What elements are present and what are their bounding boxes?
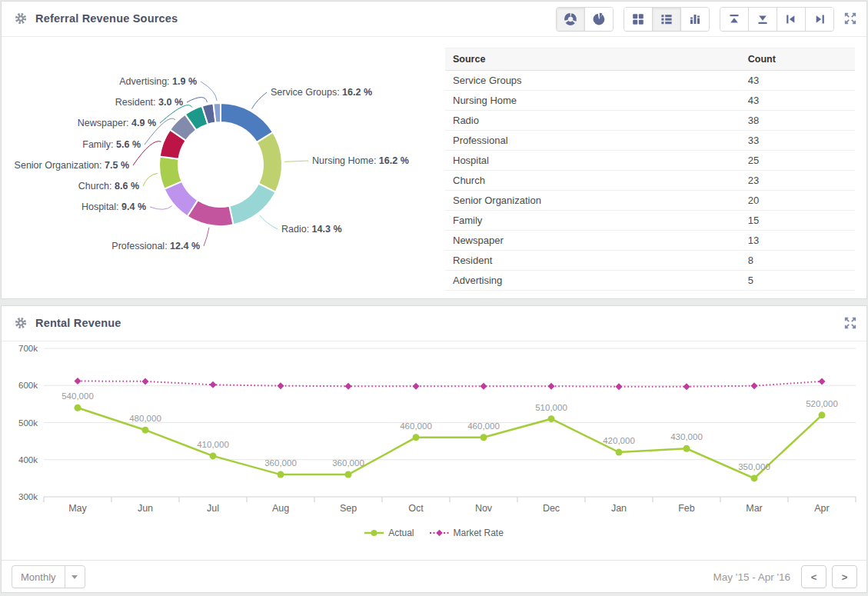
donut-slice-nursing-home[interactable]	[257, 132, 282, 192]
data-label: 540,000	[62, 391, 94, 401]
scroll-to-top-button[interactable]	[720, 8, 749, 31]
count-cell: 13	[740, 231, 855, 251]
referral-revenue-sources-panel: Referral Revenue Sources	[1, 1, 867, 299]
donut-slice-label: Resident: 3.0 %	[115, 97, 183, 108]
interval-select[interactable]: Monthly	[12, 565, 85, 588]
data-label: 510,000	[535, 403, 567, 412]
gear-icon	[14, 316, 28, 330]
rental-revenue-panel: Rental Revenue 700k600k500k400k300kMayJu…	[1, 305, 867, 593]
donut-slice-label: Family: 5.6 %	[82, 139, 141, 150]
legend-label: Market Rate	[454, 528, 504, 538]
actual-marker	[345, 471, 352, 478]
next-range-button[interactable]: >	[832, 565, 857, 588]
donut-slice-label: Professional: 12.4 %	[111, 241, 200, 251]
table-row: Hospital25	[445, 151, 855, 171]
data-label: 350,000	[738, 462, 770, 471]
legend-item-actual[interactable]: Actual	[364, 528, 414, 538]
settings-gear-icon[interactable]	[14, 12, 28, 25]
page-title: Referral Revenue Sources	[35, 12, 178, 25]
page-title: Rental Revenue	[35, 317, 121, 329]
market-rate-marker	[210, 381, 217, 388]
donut-slice-radio[interactable]	[229, 184, 275, 225]
skip-to-end-button[interactable]	[806, 8, 833, 31]
referral-donut-chart: Service Groups: 16.2 %Nursing Home: 16.2…	[2, 37, 445, 298]
market-rate-marker	[819, 378, 826, 385]
actual-marker	[142, 427, 149, 434]
donut-chart-button[interactable]	[557, 8, 585, 31]
market-rate-marker	[481, 383, 487, 390]
count-cell: 8	[740, 251, 855, 271]
table-row: Senior Organization20	[445, 191, 855, 211]
column-chart-icon	[688, 12, 702, 26]
panel-footer: Monthly May '15 - Apr '16 < >	[2, 560, 866, 592]
chart-legend: Actual Market Rate	[2, 528, 866, 538]
y-axis-tick-label: 400k	[18, 455, 38, 464]
rental-revenue-line-chart: 700k600k500k400k300kMayJunJulAugSepOctNo…	[2, 342, 866, 524]
y-axis-tick-label: 300k	[18, 492, 38, 501]
grid-view-button[interactable]	[624, 8, 653, 31]
expand-icon	[843, 12, 857, 25]
skip-to-start-button[interactable]	[777, 8, 806, 31]
actual-marker	[683, 445, 690, 452]
source-cell: Service Groups	[445, 71, 740, 91]
donut-label-connector	[284, 161, 308, 161]
interval-select-arrow[interactable]	[65, 566, 85, 588]
actual-marker	[210, 452, 217, 459]
table-row: Family15	[445, 211, 855, 231]
table-row: Service Groups43	[445, 71, 855, 91]
table-row: Professional33	[445, 131, 855, 151]
count-cell: 38	[740, 111, 855, 131]
x-axis-category-label: Aug	[272, 503, 289, 514]
donut-label-connector	[143, 173, 158, 186]
data-label: 520,000	[806, 399, 838, 408]
count-cell: 23	[740, 171, 855, 191]
pie-chart-icon	[592, 12, 606, 26]
donut-slice-label: Senior Organization: 7.5 %	[15, 160, 129, 171]
actual-series-swatch	[364, 529, 384, 537]
pie-chart-button[interactable]	[585, 8, 613, 31]
view-mode-group	[624, 7, 710, 32]
chart-toolbar	[556, 7, 834, 32]
expand-panel-button[interactable]	[843, 316, 857, 330]
market-rate-marker	[413, 383, 420, 390]
column-view-button[interactable]	[681, 8, 709, 31]
donut-slice-label: Nursing Home: 16.2 %	[312, 155, 409, 166]
y-axis-tick-label: 600k	[18, 381, 38, 390]
prev-range-button[interactable]: <	[801, 565, 826, 588]
date-range-nav: May '15 - Apr '16 < >	[713, 565, 857, 588]
chart-type-group	[556, 7, 614, 32]
donut-slice-label: Hospital: 9.4 %	[81, 201, 146, 212]
list-view-button[interactable]	[653, 8, 681, 31]
market-rate-marker	[345, 383, 352, 390]
source-cell: Newspaper	[445, 231, 740, 251]
table-row: Resident8	[445, 251, 855, 271]
scroll-to-bottom-button[interactable]	[749, 8, 777, 31]
market-rate-marker	[616, 383, 623, 390]
expand-panel-button[interactable]	[843, 12, 857, 25]
donut-label-connector	[150, 206, 172, 210]
legend-item-market-rate[interactable]: Market Rate	[430, 528, 504, 538]
count-cell: 33	[740, 131, 855, 151]
x-axis-category-label: Feb	[678, 503, 695, 514]
data-label: 460,000	[400, 421, 432, 431]
donut-label-connector	[260, 215, 278, 229]
x-axis-category-label: Mar	[746, 503, 763, 514]
data-label: 420,000	[603, 436, 635, 445]
table-row: Advertising5	[445, 271, 855, 291]
column-header-source: Source	[445, 48, 740, 71]
settings-gear-icon[interactable]	[14, 316, 28, 330]
panel-header: Rental Revenue	[2, 306, 866, 341]
source-cell: Hospital	[445, 151, 740, 171]
grid-icon	[631, 12, 645, 26]
actual-marker	[75, 405, 81, 411]
column-header-count: Count	[740, 48, 855, 71]
actual-marker	[819, 411, 826, 418]
table-row: Nursing Home43	[445, 91, 855, 111]
x-axis-category-label: Jun	[138, 503, 153, 514]
donut-slice-label: Radio: 14.3 %	[281, 224, 342, 235]
x-axis-category-label: Apr	[814, 503, 829, 514]
referral-source-table: Source Count Service Groups43Nursing Hom…	[445, 48, 855, 291]
table-row: Church23	[445, 171, 855, 191]
source-cell: Radio	[445, 111, 740, 131]
legend-label: Actual	[388, 528, 414, 538]
